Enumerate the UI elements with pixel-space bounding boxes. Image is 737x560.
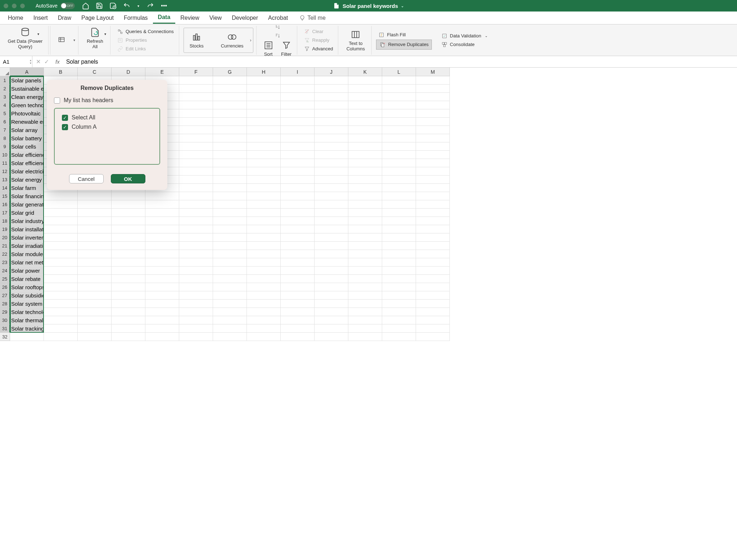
cell-G12[interactable]: [213, 167, 247, 176]
cell-A32[interactable]: [10, 333, 44, 341]
cell-A9[interactable]: Solar cells: [10, 142, 44, 151]
cell-J13[interactable]: [315, 176, 348, 184]
cell-L8[interactable]: [382, 134, 416, 142]
cell-F19[interactable]: [179, 225, 213, 233]
autosave-toggle[interactable]: AutoSave OFF: [36, 3, 75, 9]
cell-J31[interactable]: [315, 324, 348, 333]
cell-C27[interactable]: [78, 291, 112, 300]
cell-A8[interactable]: Solar battery: [10, 134, 44, 142]
cell-A2[interactable]: Sustainable energy: [10, 85, 44, 93]
cell-I8[interactable]: [281, 134, 315, 142]
cell-C16[interactable]: [78, 200, 112, 209]
cell-H25[interactable]: [247, 275, 281, 283]
cell-I7[interactable]: [281, 126, 315, 134]
column-header-G[interactable]: G: [213, 68, 247, 76]
cell-M30[interactable]: [416, 316, 450, 324]
cell-F11[interactable]: [179, 159, 213, 167]
cell-M14[interactable]: [416, 184, 450, 192]
cell-M12[interactable]: [416, 167, 450, 176]
cell-L29[interactable]: [382, 308, 416, 316]
cell-K22[interactable]: [348, 250, 382, 258]
cell-M1[interactable]: [416, 76, 450, 85]
cell-H4[interactable]: [247, 101, 281, 109]
cell-L10[interactable]: [382, 151, 416, 159]
cell-F29[interactable]: [179, 308, 213, 316]
cell-B18[interactable]: [44, 217, 78, 225]
cell-K23[interactable]: [348, 258, 382, 267]
tab-acrobat[interactable]: Acrobat: [263, 13, 293, 23]
cell-J9[interactable]: [315, 142, 348, 151]
home-icon[interactable]: [82, 2, 89, 9]
column-header-K[interactable]: K: [348, 68, 382, 76]
cell-M19[interactable]: [416, 225, 450, 233]
get-data-button[interactable]: Get Data (Power Query) ▾: [5, 26, 45, 54]
cell-I29[interactable]: [281, 308, 315, 316]
cell-I22[interactable]: [281, 250, 315, 258]
cell-H16[interactable]: [247, 200, 281, 209]
cell-K13[interactable]: [348, 176, 382, 184]
cell-F31[interactable]: [179, 324, 213, 333]
cell-F17[interactable]: [179, 209, 213, 217]
maximize-window-button[interactable]: [20, 4, 25, 8]
cell-D21[interactable]: [112, 242, 145, 250]
cell-F5[interactable]: [179, 109, 213, 118]
cell-E31[interactable]: [145, 324, 179, 333]
cell-K24[interactable]: [348, 267, 382, 275]
cell-M26[interactable]: [416, 283, 450, 291]
cell-K8[interactable]: [348, 134, 382, 142]
cell-A19[interactable]: Solar installation: [10, 225, 44, 233]
chevron-right-icon[interactable]: ›: [250, 38, 252, 43]
column-header-I[interactable]: I: [281, 68, 315, 76]
cell-K14[interactable]: [348, 184, 382, 192]
cell-J6[interactable]: [315, 118, 348, 126]
cell-A21[interactable]: Solar irradiation: [10, 242, 44, 250]
data-validation-button[interactable]: Data Validation⌄: [439, 32, 490, 40]
row-header-20[interactable]: 20: [0, 233, 10, 242]
minimize-window-button[interactable]: [12, 4, 17, 8]
cell-L24[interactable]: [382, 267, 416, 275]
cell-A20[interactable]: Solar inverter: [10, 233, 44, 242]
cell-C24[interactable]: [78, 267, 112, 275]
cell-M5[interactable]: [416, 109, 450, 118]
cell-G8[interactable]: [213, 134, 247, 142]
cell-C18[interactable]: [78, 217, 112, 225]
column-header-C[interactable]: C: [78, 68, 112, 76]
cell-B15[interactable]: [44, 192, 78, 200]
cell-L2[interactable]: [382, 85, 416, 93]
cell-D24[interactable]: [112, 267, 145, 275]
save-history-icon[interactable]: [109, 2, 117, 9]
row-header-28[interactable]: 28: [0, 300, 10, 308]
cell-K7[interactable]: [348, 126, 382, 134]
cell-B17[interactable]: [44, 209, 78, 217]
cell-M27[interactable]: [416, 291, 450, 300]
cell-K28[interactable]: [348, 300, 382, 308]
cell-B26[interactable]: [44, 283, 78, 291]
cell-K1[interactable]: [348, 76, 382, 85]
cell-M23[interactable]: [416, 258, 450, 267]
consolidate-button[interactable]: Consolidate: [439, 41, 490, 49]
cell-C32[interactable]: [78, 333, 112, 341]
cell-M24[interactable]: [416, 267, 450, 275]
cell-F4[interactable]: [179, 101, 213, 109]
cell-J21[interactable]: [315, 242, 348, 250]
cell-B31[interactable]: [44, 324, 78, 333]
row-header-13[interactable]: 13: [0, 176, 10, 184]
cell-I26[interactable]: [281, 283, 315, 291]
cell-D30[interactable]: [112, 316, 145, 324]
cell-I4[interactable]: [281, 101, 315, 109]
cell-M10[interactable]: [416, 151, 450, 159]
cell-D16[interactable]: [112, 200, 145, 209]
cell-B29[interactable]: [44, 308, 78, 316]
cell-L15[interactable]: [382, 192, 416, 200]
cell-F23[interactable]: [179, 258, 213, 267]
cell-H7[interactable]: [247, 126, 281, 134]
cell-A13[interactable]: Solar energy: [10, 176, 44, 184]
row-header-27[interactable]: 27: [0, 291, 10, 300]
cell-I23[interactable]: [281, 258, 315, 267]
save-icon[interactable]: [96, 2, 103, 9]
cell-L11[interactable]: [382, 159, 416, 167]
fx-icon[interactable]: fx: [53, 59, 63, 65]
column-header-D[interactable]: D: [112, 68, 145, 76]
cell-J7[interactable]: [315, 126, 348, 134]
cell-M6[interactable]: [416, 118, 450, 126]
